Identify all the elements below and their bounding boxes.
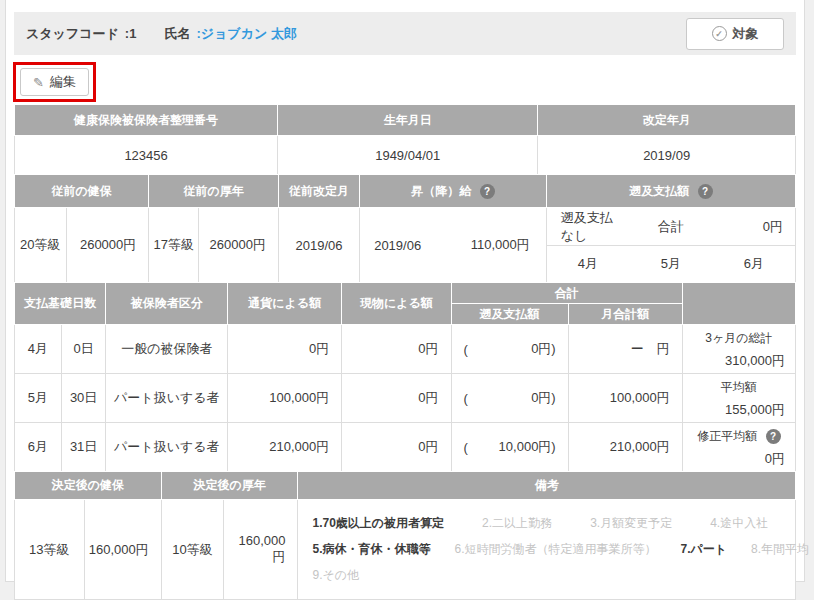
row-in-kind: 0円 <box>342 423 451 472</box>
remark-item-1: 1.70歳以上の被用者算定 <box>312 515 444 532</box>
row-in-kind: 0円 <box>342 374 451 423</box>
table-row-april: 4月 0日 一般の被保険者 0円 0円 ( 0円) ー 円 3ヶ月の総計 310… <box>15 325 796 374</box>
row-retro: ( 0円) <box>451 325 568 374</box>
retro-total-value: 0円 <box>713 208 796 246</box>
birth-date-value: 1949/04/01 <box>278 136 538 175</box>
remark-item-4: 4.途中入社 <box>710 515 768 532</box>
row-days: 30日 <box>61 374 106 423</box>
row-category: パート扱いする者 <box>106 423 228 472</box>
row-month: 6月 <box>15 423 62 472</box>
target-button[interactable]: ✓ 対象 <box>686 18 784 50</box>
edit-button-area: ✎ 編集 <box>20 68 89 96</box>
staff-name-link[interactable]: :ジョブカン 太郎 <box>196 25 296 43</box>
row-days: 0日 <box>61 325 106 374</box>
summary-adjusted-average: 修正平均額 ? 0円 <box>682 423 795 472</box>
revision-month-value: 2019/09 <box>538 136 796 175</box>
summary-value: 155,000円 <box>693 396 785 419</box>
retro-total-label: 合計 <box>629 208 713 246</box>
header-decided-kenpo: 決定後の健保 <box>15 472 162 500</box>
staff-name-field: 氏名 :ジョブカン 太郎 <box>164 25 296 43</box>
target-button-label: 対象 <box>733 25 759 43</box>
header-previous-revision-month: 従前改定月 <box>278 175 359 208</box>
remark-item-9: 9.その他 <box>312 567 359 584</box>
raise-month: 2019/06 <box>374 238 421 253</box>
row-monthly-total: 100,000円 <box>568 374 682 423</box>
row-month: 5月 <box>15 374 62 423</box>
row-category: 一般の被保険者 <box>106 325 228 374</box>
summary-average: 平均額 155,000円 <box>682 374 795 423</box>
header-payment-base-days: 支払基礎日数 <box>15 283 106 325</box>
summary-value: 310,000円 <box>693 347 785 370</box>
help-icon[interactable]: ? <box>766 429 781 444</box>
check-circle-icon: ✓ <box>712 26 727 41</box>
row-currency: 100,000円 <box>228 374 342 423</box>
header-summary-blank <box>682 283 795 325</box>
decided-kosei-amount: 160,000円 <box>224 500 298 600</box>
pencil-icon: ✎ <box>33 75 44 90</box>
header-retro-amount: 遡及支払額 <box>451 304 568 325</box>
decided-kenpo-grade: 13等級 <box>15 500 85 600</box>
remark-item-6: 6.短時間労働者（特定適用事業所等） <box>454 541 656 558</box>
table-row-june: 6月 31日 パート扱いする者 210,000円 0円 ( 10,000円) 2… <box>15 423 796 472</box>
edit-button[interactable]: ✎ 編集 <box>20 68 89 96</box>
help-icon[interactable]: ? <box>698 184 713 199</box>
previous-kosei-amount: 260000円 <box>199 208 279 283</box>
retro-amount: 10,000円) <box>499 438 556 456</box>
row-category: パート扱いする者 <box>106 374 228 423</box>
retro-month-may: 5月 <box>629 246 713 283</box>
section-decided-info: 決定後の健保 決定後の厚年 備考 13等級 160,000円 10等級 160,… <box>14 471 796 600</box>
help-icon[interactable]: ? <box>480 184 495 199</box>
header-raise: 昇（降）給 ? <box>360 175 547 208</box>
row-retro: ( 10,000円) <box>451 423 568 472</box>
header-raise-label: 昇（降）給 <box>411 184 471 198</box>
retro-amount: 0円) <box>531 389 556 407</box>
remark-item-2: 2.二以上勤務 <box>482 515 552 532</box>
header-insured-number: 健康保険被保険者整理番号 <box>15 105 278 136</box>
header-monthly-total: 月合計額 <box>568 304 682 325</box>
retro-paren-open: ( <box>464 391 468 406</box>
insured-number-value: 123456 <box>15 136 278 175</box>
table-row-may: 5月 30日 パート扱いする者 100,000円 0円 ( 0円) 100,00… <box>15 374 796 423</box>
row-days: 31日 <box>61 423 106 472</box>
raise-amount: 110,000円 <box>471 236 530 254</box>
header-remarks: 備考 <box>298 472 796 500</box>
header-previous-kenpo: 従前の健保 <box>15 175 149 208</box>
section-basic-info: 健康保険被保険者整理番号 生年月日 改定年月 123456 1949/04/01… <box>14 104 796 175</box>
header-previous-kosei: 従前の厚年 <box>149 175 279 208</box>
retro-month-june: 6月 <box>713 246 796 283</box>
retro-paren-open: ( <box>464 342 468 357</box>
retro-month-april: 4月 <box>546 246 629 283</box>
section-monthly-detail: 支払基礎日数 被保険者区分 通貨による額 現物による額 合計 遡及支払額 月合計… <box>14 282 796 472</box>
row-month: 4月 <box>15 325 62 374</box>
remark-item-5: 5.病休・育休・休職等 <box>312 541 430 558</box>
header-in-kind-amount: 現物による額 <box>342 283 451 325</box>
remark-item-3: 3.月額変更予定 <box>590 515 672 532</box>
summary-label: 修正平均額 <box>697 429 757 443</box>
header-retro-label: 遡及支払額 <box>629 184 689 198</box>
header-decided-kosei: 決定後の厚年 <box>161 472 298 500</box>
header-birth-date: 生年月日 <box>278 105 538 136</box>
content-card: スタッフコード :1 氏名 :ジョブカン 太郎 ✓ 対象 ✎ 編集 健康保険被保… <box>5 0 805 582</box>
decided-kenpo-amount: 160,000円 <box>84 500 161 600</box>
staff-info-bar: スタッフコード :1 氏名 :ジョブカン 太郎 ✓ 対象 <box>14 12 796 55</box>
raise-cell: 2019/06 110,000円 <box>360 208 547 283</box>
retro-status: 遡及支払なし <box>546 208 629 246</box>
staff-name-label: 氏名 <box>164 25 190 43</box>
summary-label: 平均額 <box>693 377 785 396</box>
summary-value: 0円 <box>693 445 785 468</box>
remarks-cell: 1.70歳以上の被用者算定 2.二以上勤務 3.月額変更予定 4.途中入社 5.… <box>298 500 796 600</box>
header-currency-amount: 通貨による額 <box>228 283 342 325</box>
row-currency: 0円 <box>228 325 342 374</box>
staff-code-field: スタッフコード :1 <box>26 25 136 43</box>
edit-button-label: 編集 <box>50 73 76 91</box>
header-total: 合計 <box>451 283 682 304</box>
row-monthly-total: 210,000円 <box>568 423 682 472</box>
row-retro: ( 0円) <box>451 374 568 423</box>
retro-paren-open: ( <box>464 440 468 455</box>
row-in-kind: 0円 <box>342 325 451 374</box>
decided-kosei-grade: 10等級 <box>161 500 223 600</box>
previous-kosei-grade: 17等級 <box>149 208 199 283</box>
retro-amount: 0円) <box>531 340 556 358</box>
previous-kenpo-amount: 260000円 <box>66 208 149 283</box>
header-revision-month: 改定年月 <box>538 105 796 136</box>
